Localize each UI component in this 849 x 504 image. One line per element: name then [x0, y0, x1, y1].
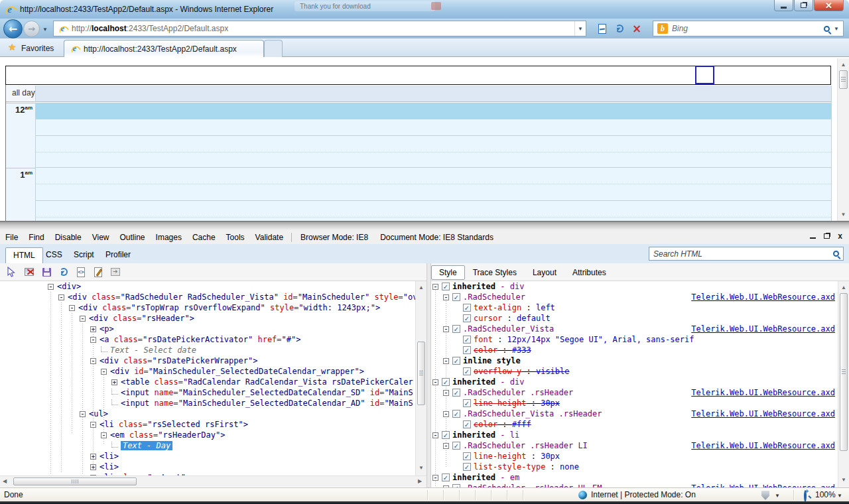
collapse-icon[interactable]: -	[432, 284, 438, 290]
favorites-button[interactable]: Favorites	[21, 44, 54, 53]
address-input[interactable]: e http://localhost:2433/TestApp2/Default…	[53, 21, 586, 36]
devtools-unpin-icon[interactable]	[824, 233, 830, 239]
zoom-chevron-icon[interactable]: ▼	[837, 493, 842, 499]
tab-css[interactable]: CSS	[38, 247, 70, 263]
style-rule-row[interactable]: -✓inline style	[431, 355, 838, 366]
minimize-button[interactable]	[774, 0, 793, 11]
expand-icon[interactable]: +	[111, 379, 117, 385]
html-tree-node[interactable]: <input name="MainScheduler_SelectedDateC…	[0, 398, 415, 409]
view-source-button[interactable]: <>	[74, 266, 88, 278]
style-rule-row[interactable]: -✓inherited - div	[431, 281, 838, 292]
search-html-input[interactable]: Search HTML	[649, 247, 844, 261]
html-tree-node[interactable]: -<div class="rsTopWrap rsOverflowExpand"…	[0, 302, 415, 313]
rule-checkbox[interactable]: ✓	[463, 399, 471, 407]
collapse-icon[interactable]: -	[443, 390, 449, 396]
style-rule-row[interactable]: -✓.RadSchedulerTelerik.Web.UI.WebResourc…	[431, 292, 838, 302]
collapse-icon[interactable]: -	[101, 369, 107, 375]
time-slot[interactable]	[36, 168, 831, 184]
html-tree-node[interactable]: -<em class="rsHeaderDay">	[0, 430, 415, 440]
html-tree-node[interactable]: -<div class="rsHeader">	[0, 313, 415, 324]
page-scrollbar-thumb[interactable]	[839, 70, 848, 89]
stylesheet-link[interactable]: Telerik.Web.UI.WebResource.axd	[691, 441, 835, 450]
time-slot[interactable]	[36, 136, 831, 153]
browser-mode-menu[interactable]: Browser Mode: IE8	[294, 231, 374, 243]
refresh-dom-button[interactable]	[57, 266, 70, 278]
time-slot[interactable]	[36, 201, 831, 218]
html-tree-node[interactable]: -<div class="RadScheduler RadScheduler_V…	[0, 292, 415, 302]
forward-button[interactable]: →	[23, 21, 40, 37]
collapse-icon[interactable]: -	[443, 294, 449, 300]
collapse-icon[interactable]: -	[80, 316, 86, 322]
html-tree-node[interactable]: +<p>	[0, 324, 415, 334]
menu-tools[interactable]: Tools	[221, 231, 250, 243]
rule-checkbox[interactable]: ✓	[463, 304, 471, 312]
edit-button[interactable]	[92, 266, 105, 278]
html-tree-node[interactable]: +<table class="RadCalendar RadCalendar_V…	[0, 377, 415, 387]
favorites-star-icon[interactable]: ★	[8, 42, 17, 52]
devtools-splitter[interactable]	[0, 221, 849, 230]
rule-checkbox[interactable]: ✓	[452, 442, 460, 450]
scroll-right-icon[interactable]: ▶	[418, 476, 422, 487]
style-rule-row[interactable]: ✓overflow-y : visible	[431, 366, 838, 377]
rule-checkbox[interactable]: ✓	[452, 357, 460, 365]
scroll-up-icon[interactable]: ▲	[416, 285, 426, 290]
compatibility-view-button[interactable]	[594, 22, 610, 35]
tab-layout[interactable]: Layout	[525, 265, 564, 280]
stylesheet-link[interactable]: Telerik.Web.UI.WebResource.axd	[691, 292, 835, 302]
html-pane-hscrollbar[interactable]: ◀ ▶	[0, 475, 426, 487]
expand-icon[interactable]: +	[90, 454, 96, 460]
collapse-icon[interactable]: -	[443, 358, 449, 364]
html-tree-node[interactable]: -<ul>	[0, 409, 415, 419]
menu-find[interactable]: Find	[23, 231, 49, 243]
zoom-icon[interactable]	[804, 491, 807, 501]
html-tree-node[interactable]: -<div id="MainScheduler_SelectedDateCale…	[0, 366, 415, 377]
rule-checkbox[interactable]: ✓	[442, 283, 450, 290]
document-mode-menu[interactable]: Document Mode: IE8 Standards	[374, 231, 499, 243]
style-rule-row[interactable]: ✓line-height : 30px	[431, 451, 838, 462]
back-button[interactable]: ←	[3, 19, 23, 38]
menu-view[interactable]: View	[87, 231, 115, 243]
expand-icon[interactable]: +	[90, 464, 96, 470]
menu-images[interactable]: Images	[151, 231, 187, 243]
scroll-down-icon[interactable]: ▼	[838, 477, 849, 483]
collapse-icon[interactable]: -	[90, 422, 96, 428]
menu-validate[interactable]: Validate	[250, 231, 289, 243]
close-button[interactable]: ✕	[814, 0, 844, 11]
scrollbar-thumb[interactable]	[417, 342, 425, 405]
scroll-up-icon[interactable]: ▲	[838, 62, 849, 68]
tab-attributes[interactable]: Attributes	[564, 265, 614, 280]
rule-checkbox[interactable]: ✓	[452, 325, 460, 333]
collapse-icon[interactable]: -	[80, 411, 86, 417]
time-slot[interactable]	[36, 184, 831, 201]
html-tree-node[interactable]: +<li>	[0, 451, 415, 462]
style-rule-row[interactable]: ✓list-style-type : none	[431, 462, 838, 472]
html-tree-node[interactable]: -<li class="rsSelected rsFirst">	[0, 419, 415, 430]
collapse-icon[interactable]: -	[90, 358, 96, 364]
dock-button[interactable]	[109, 266, 122, 278]
scheduler-header-selection-box[interactable]	[695, 66, 714, 84]
menu-file[interactable]: File	[0, 231, 23, 243]
collapse-icon[interactable]: -	[48, 284, 54, 290]
search-icon[interactable]	[824, 26, 830, 32]
style-rule-row[interactable]: -✓.RadScheduler .rsHeaderTelerik.Web.UI.…	[431, 387, 838, 398]
rule-checkbox[interactable]: ✓	[463, 367, 471, 375]
style-rule-row[interactable]: ✓cursor : default	[431, 313, 838, 324]
search-html-icon[interactable]	[833, 251, 839, 257]
select-element-button[interactable]	[4, 266, 17, 278]
pane-splitter[interactable]	[426, 263, 431, 487]
devtools-close-icon[interactable]: x	[838, 233, 842, 239]
all-day-row[interactable]	[36, 86, 831, 102]
html-tree-node[interactable]: -<div class="rsDatePickerWrapper">	[0, 355, 415, 366]
style-rule-row[interactable]: ✓text-align : left	[431, 302, 838, 313]
scrollbar-thumb[interactable]	[840, 293, 848, 451]
security-chevron-icon[interactable]: ▼	[775, 493, 780, 499]
stylesheet-link[interactable]: Telerik.Web.UI.WebResource.axd	[691, 409, 835, 418]
collapse-icon[interactable]: -	[432, 432, 438, 438]
style-rule-row[interactable]: -✓inherited - em	[431, 472, 838, 483]
tab-profiler[interactable]: Profiler	[98, 247, 138, 263]
clear-cache-button[interactable]	[23, 266, 36, 278]
scroll-down-icon[interactable]: ▼	[416, 466, 426, 471]
scrollbar-thumb[interactable]	[13, 477, 137, 485]
rule-checkbox[interactable]: ✓	[463, 420, 471, 428]
page-scrollbar[interactable]: ▲ ▼	[837, 58, 849, 221]
